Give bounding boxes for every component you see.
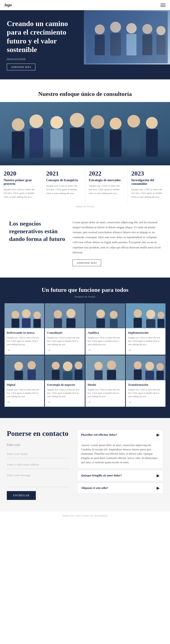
contact-message-input[interactable] <box>7 471 70 487</box>
svg-point-50 <box>146 310 155 319</box>
hero-content: Creando un camino para el crecimiento fu… <box>0 10 77 80</box>
timeline-year-3: 2023 <box>131 170 166 177</box>
card-body-1: Consultante Sample text. Click to select… <box>45 328 85 355</box>
svg-rect-77 <box>156 371 164 380</box>
card-name-6: Diseño <box>88 383 123 386</box>
svg-point-76 <box>156 363 164 370</box>
card-arrow-2[interactable]: → <box>88 348 123 352</box>
card-7[interactable]: Transformación Sample text. Click to sel… <box>126 355 165 407</box>
card-text-2: Sample text. Click to select the text bo… <box>88 336 123 346</box>
regen-cta-button[interactable]: APRENDE MÁS <box>73 260 101 266</box>
timeline-title-2: Estrategia de mercadeo <box>89 178 124 182</box>
svg-rect-73 <box>134 370 141 380</box>
card-arrow-1[interactable]: → <box>47 348 82 352</box>
unique-section: Nuestro enfoque único de consultoría <box>0 80 170 209</box>
svg-point-35 <box>33 312 41 319</box>
hero-cta-button[interactable]: APRENDE MÁS <box>7 64 35 70</box>
footer: Sample text. Click to select the Text El… <box>0 511 170 520</box>
svg-point-9 <box>156 26 165 35</box>
timeline-text-0: Sample text. Click to select the text bo… <box>4 188 39 199</box>
svg-rect-6 <box>126 34 136 56</box>
svg-rect-39 <box>54 318 62 328</box>
timeline-item-2: 2022 Estrategia de mercadeo Sample text.… <box>85 165 128 203</box>
cards-grid-row2: Digital Sample text. Click to select the… <box>5 355 165 407</box>
contact-section: Ponerse en contacto Enter your ENTREGAR … <box>0 418 170 511</box>
hamburger-menu[interactable] <box>160 4 165 7</box>
contact-email-input[interactable] <box>7 460 70 469</box>
hero-title: Creando un camino para el crecimiento fu… <box>7 19 70 54</box>
timeline-item-0: 2020 Nuestro primer gran proyecto Sample… <box>0 165 43 203</box>
svg-point-38 <box>54 310 62 318</box>
team-photo <box>0 102 170 165</box>
card-body-5: Estrategia de negocios Sample text. Clic… <box>45 380 85 407</box>
card-3[interactable]: Implementación Sample text. Click to sel… <box>126 303 165 355</box>
card-body-2: Analítica Sample text. Click to select t… <box>85 328 125 355</box>
card-img-5 <box>45 355 85 380</box>
svg-point-48 <box>133 309 142 317</box>
svg-point-57 <box>28 361 36 369</box>
card-text-3: Sample text. Click to select the text bo… <box>128 336 163 346</box>
faq-question-text-1: Quisque fringilla sit amet dolor? <box>81 474 122 477</box>
faq-question-2[interactable]: Aliquam et sem odio? ▶ <box>77 483 163 493</box>
card-arrow-0[interactable]: → <box>7 348 42 352</box>
card-img-1 <box>45 303 85 328</box>
svg-rect-49 <box>133 318 142 328</box>
timeline-item-3: 2023 Investigación del consumidor Sample… <box>128 165 170 203</box>
svg-point-15 <box>30 114 43 128</box>
card-2[interactable]: Analítica Sample text. Click to select t… <box>85 303 125 355</box>
card-body-6: Diseño Sample text. Click to select the … <box>85 380 125 407</box>
faq-arrow-0: ▶ <box>157 433 159 437</box>
svg-rect-34 <box>22 318 31 328</box>
card-text-5: Sample text. Click to select the text bo… <box>47 388 82 398</box>
card-name-5: Estrategia de negocios <box>47 383 82 386</box>
card-img-3 <box>126 303 165 328</box>
svg-point-64 <box>75 362 82 369</box>
timeline-text-2: Sample text. Click to select the text bo… <box>89 184 124 195</box>
faq-question-text-2: Aliquam et sem odio? <box>81 486 108 490</box>
card-name-2: Analítica <box>88 331 123 334</box>
faq-item-0: Phasellus sed efficitur dolor? ▶ Answer:… <box>77 429 163 469</box>
svg-point-55 <box>14 362 23 370</box>
card-name-1: Consultante <box>47 331 82 334</box>
card-body-7: Transformación Sample text. Click to sel… <box>126 380 165 407</box>
svg-point-3 <box>110 22 121 32</box>
header: logo <box>0 0 170 10</box>
contact-name-input[interactable] <box>7 450 70 458</box>
svg-rect-2 <box>95 35 105 55</box>
regen-title: Los negocios regenerativos están dando f… <box>9 220 66 243</box>
timeline-title-1: Concepto de franquicia <box>46 178 81 182</box>
card-1[interactable]: Consultante Sample text. Click to select… <box>45 303 85 355</box>
cards-grid-row1: Refrescando tu marca Sample text. Click … <box>5 303 165 355</box>
card-text-4: Sample text. Click to select the text bo… <box>7 388 42 398</box>
card-5[interactable]: Estrategia de negocios Sample text. Clic… <box>45 355 85 407</box>
card-arrow-6[interactable]: → <box>88 400 123 404</box>
contact-submit-button[interactable]: ENTREGAR <box>7 491 36 500</box>
svg-rect-4 <box>110 33 121 56</box>
card-name-7: Transformación <box>128 383 163 386</box>
svg-rect-44 <box>96 318 105 328</box>
timeline: 2020 Nuestro primer gran proyecto Sample… <box>0 165 170 203</box>
card-arrow-5[interactable]: → <box>47 400 82 404</box>
svg-point-1 <box>95 24 105 34</box>
card-text-7: Sample text. Click to select the text bo… <box>128 388 163 398</box>
card-arrow-7[interactable]: → <box>128 400 163 404</box>
card-body-3: Implementación Sample text. Click to sel… <box>126 328 165 355</box>
card-6[interactable]: Diseño Sample text. Click to select the … <box>85 355 125 407</box>
faq-arrow-1: ▶ <box>157 474 159 478</box>
svg-point-60 <box>52 362 60 370</box>
team-photo-attribution: Imagen de Freepik <box>0 203 170 208</box>
card-body-0: Refrescando tu marca Sample text. Click … <box>5 328 44 355</box>
card-0[interactable]: Refrescando tu marca Sample text. Click … <box>5 303 44 355</box>
svg-rect-54 <box>5 356 44 380</box>
svg-point-27 <box>146 117 158 129</box>
svg-point-17 <box>50 116 63 129</box>
card-4[interactable]: Digital Sample text. Click to select the… <box>5 355 44 407</box>
card-arrow-4[interactable]: → <box>7 400 42 404</box>
faq-question-1[interactable]: Quisque fringilla sit amet dolor? ▶ <box>77 470 163 481</box>
svg-point-40 <box>66 309 75 318</box>
svg-rect-65 <box>75 370 82 380</box>
faq-question-0[interactable]: Phasellus sed efficitur dolor? ▶ <box>77 430 163 440</box>
card-arrow-3[interactable]: → <box>128 348 163 352</box>
timeline-year-2: 2022 <box>89 170 124 177</box>
regen-body: Lorem ipsum dolor sit amet, consectetur … <box>73 220 161 255</box>
